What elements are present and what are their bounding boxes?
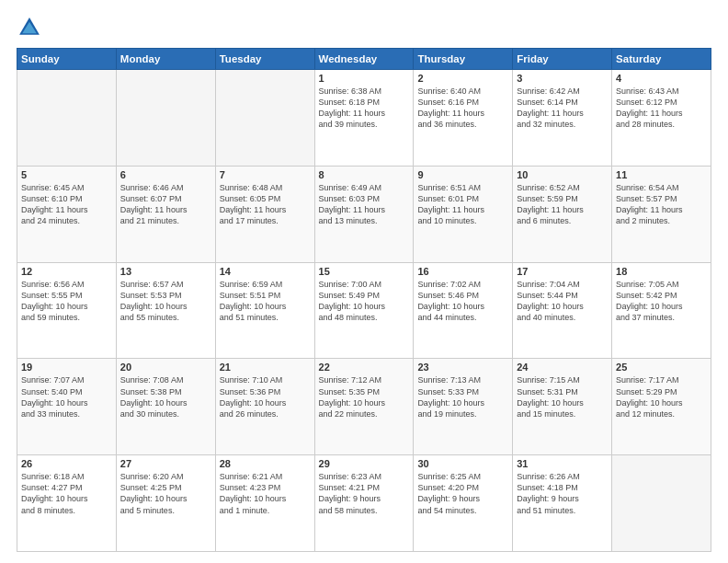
day-info: Sunrise: 7:15 AM Sunset: 5:31 PM Dayligh… (517, 374, 608, 419)
day-info: Sunrise: 7:02 AM Sunset: 5:46 PM Dayligh… (417, 279, 508, 324)
calendar-cell: 23Sunrise: 7:13 AM Sunset: 5:33 PM Dayli… (414, 359, 513, 455)
page: SundayMondayTuesdayWednesdayThursdayFrid… (0, 0, 728, 563)
calendar-cell: 19Sunrise: 7:07 AM Sunset: 5:40 PM Dayli… (17, 359, 117, 455)
day-info: Sunrise: 6:48 AM Sunset: 6:05 PM Dayligh… (220, 182, 311, 227)
calendar-cell (17, 70, 117, 167)
day-info: Sunrise: 6:21 AM Sunset: 4:23 PM Dayligh… (220, 471, 311, 516)
day-info: Sunrise: 6:59 AM Sunset: 5:51 PM Dayligh… (220, 279, 311, 324)
calendar-cell: 12Sunrise: 6:56 AM Sunset: 5:55 PM Dayli… (17, 262, 117, 359)
day-info: Sunrise: 6:43 AM Sunset: 6:12 PM Dayligh… (616, 86, 707, 131)
calendar-cell: 21Sunrise: 7:10 AM Sunset: 5:36 PM Dayli… (215, 359, 314, 455)
calendar-cell: 25Sunrise: 7:17 AM Sunset: 5:29 PM Dayli… (612, 359, 711, 455)
day-number: 11 (616, 169, 707, 180)
day-number: 8 (319, 169, 410, 180)
calendar-cell: 13Sunrise: 6:57 AM Sunset: 5:53 PM Dayli… (116, 262, 215, 359)
day-info: Sunrise: 6:51 AM Sunset: 6:01 PM Dayligh… (417, 182, 508, 227)
day-info: Sunrise: 7:07 AM Sunset: 5:40 PM Dayligh… (21, 374, 112, 419)
weekday-header-monday: Monday (116, 49, 215, 70)
calendar-cell: 2Sunrise: 6:40 AM Sunset: 6:16 PM Daylig… (414, 70, 513, 167)
day-info: Sunrise: 7:04 AM Sunset: 5:44 PM Dayligh… (517, 279, 608, 324)
day-info: Sunrise: 6:57 AM Sunset: 5:53 PM Dayligh… (120, 279, 211, 324)
day-number: 30 (417, 458, 508, 469)
calendar-cell: 20Sunrise: 7:08 AM Sunset: 5:38 PM Dayli… (116, 359, 215, 455)
day-info: Sunrise: 7:10 AM Sunset: 5:36 PM Dayligh… (220, 374, 311, 419)
day-info: Sunrise: 6:45 AM Sunset: 6:10 PM Dayligh… (21, 182, 112, 227)
day-info: Sunrise: 7:17 AM Sunset: 5:29 PM Dayligh… (616, 374, 707, 419)
day-number: 9 (417, 169, 508, 180)
day-number: 17 (517, 266, 608, 277)
calendar-cell: 10Sunrise: 6:52 AM Sunset: 5:59 PM Dayli… (513, 166, 612, 262)
day-number: 20 (120, 362, 211, 373)
day-info: Sunrise: 7:08 AM Sunset: 5:38 PM Dayligh… (120, 374, 211, 419)
calendar-cell: 31Sunrise: 6:26 AM Sunset: 4:18 PM Dayli… (513, 455, 612, 552)
day-info: Sunrise: 6:46 AM Sunset: 6:07 PM Dayligh… (120, 182, 211, 227)
day-number: 7 (220, 169, 311, 180)
logo-icon (17, 15, 42, 40)
day-number: 28 (220, 458, 311, 469)
calendar-cell: 27Sunrise: 6:20 AM Sunset: 4:25 PM Dayli… (116, 455, 215, 552)
day-number: 13 (120, 266, 211, 277)
day-number: 5 (21, 169, 112, 180)
calendar-cell: 11Sunrise: 6:54 AM Sunset: 5:57 PM Dayli… (612, 166, 711, 262)
header (17, 15, 711, 40)
day-info: Sunrise: 7:00 AM Sunset: 5:49 PM Dayligh… (319, 279, 410, 324)
day-number: 23 (417, 362, 508, 373)
day-number: 16 (417, 266, 508, 277)
calendar-cell (612, 455, 711, 552)
calendar-cell: 26Sunrise: 6:18 AM Sunset: 4:27 PM Dayli… (17, 455, 117, 552)
day-number: 1 (319, 73, 410, 84)
calendar-cell: 24Sunrise: 7:15 AM Sunset: 5:31 PM Dayli… (513, 359, 612, 455)
calendar-cell: 7Sunrise: 6:48 AM Sunset: 6:05 PM Daylig… (215, 166, 314, 262)
day-number: 27 (120, 458, 211, 469)
calendar-cell: 29Sunrise: 6:23 AM Sunset: 4:21 PM Dayli… (314, 455, 414, 552)
calendar-cell: 18Sunrise: 7:05 AM Sunset: 5:42 PM Dayli… (612, 262, 711, 359)
weekday-header-saturday: Saturday (612, 49, 711, 70)
day-info: Sunrise: 6:38 AM Sunset: 6:18 PM Dayligh… (319, 86, 410, 131)
day-info: Sunrise: 6:56 AM Sunset: 5:55 PM Dayligh… (21, 279, 112, 324)
day-number: 12 (21, 266, 112, 277)
day-info: Sunrise: 7:12 AM Sunset: 5:35 PM Dayligh… (319, 374, 410, 419)
day-info: Sunrise: 6:54 AM Sunset: 5:57 PM Dayligh… (616, 182, 707, 227)
day-info: Sunrise: 7:05 AM Sunset: 5:42 PM Dayligh… (616, 279, 707, 324)
calendar-cell: 28Sunrise: 6:21 AM Sunset: 4:23 PM Dayli… (215, 455, 314, 552)
calendar-cell: 1Sunrise: 6:38 AM Sunset: 6:18 PM Daylig… (314, 70, 414, 167)
calendar-week-5: 26Sunrise: 6:18 AM Sunset: 4:27 PM Dayli… (17, 455, 711, 552)
logo (17, 15, 46, 40)
calendar-cell: 3Sunrise: 6:42 AM Sunset: 6:14 PM Daylig… (513, 70, 612, 167)
calendar-cell (215, 70, 314, 167)
day-number: 19 (21, 362, 112, 373)
day-info: Sunrise: 6:52 AM Sunset: 5:59 PM Dayligh… (517, 182, 608, 227)
calendar-cell: 8Sunrise: 6:49 AM Sunset: 6:03 PM Daylig… (314, 166, 414, 262)
calendar-cell: 14Sunrise: 6:59 AM Sunset: 5:51 PM Dayli… (215, 262, 314, 359)
day-number: 29 (319, 458, 410, 469)
day-number: 24 (517, 362, 608, 373)
calendar-week-3: 12Sunrise: 6:56 AM Sunset: 5:55 PM Dayli… (17, 262, 711, 359)
day-info: Sunrise: 7:13 AM Sunset: 5:33 PM Dayligh… (417, 374, 508, 419)
day-number: 6 (120, 169, 211, 180)
day-info: Sunrise: 6:25 AM Sunset: 4:20 PM Dayligh… (417, 471, 508, 516)
day-info: Sunrise: 6:20 AM Sunset: 4:25 PM Dayligh… (120, 471, 211, 516)
day-info: Sunrise: 6:26 AM Sunset: 4:18 PM Dayligh… (517, 471, 608, 516)
calendar-cell: 4Sunrise: 6:43 AM Sunset: 6:12 PM Daylig… (612, 70, 711, 167)
calendar-cell: 6Sunrise: 6:46 AM Sunset: 6:07 PM Daylig… (116, 166, 215, 262)
day-number: 4 (616, 73, 707, 84)
calendar-cell: 22Sunrise: 7:12 AM Sunset: 5:35 PM Dayli… (314, 359, 414, 455)
weekday-header-row: SundayMondayTuesdayWednesdayThursdayFrid… (17, 49, 711, 70)
calendar-cell: 15Sunrise: 7:00 AM Sunset: 5:49 PM Dayli… (314, 262, 414, 359)
weekday-header-thursday: Thursday (414, 49, 513, 70)
calendar-week-4: 19Sunrise: 7:07 AM Sunset: 5:40 PM Dayli… (17, 359, 711, 455)
weekday-header-friday: Friday (513, 49, 612, 70)
day-number: 15 (319, 266, 410, 277)
day-number: 10 (517, 169, 608, 180)
calendar-cell: 17Sunrise: 7:04 AM Sunset: 5:44 PM Dayli… (513, 262, 612, 359)
calendar-table: SundayMondayTuesdayWednesdayThursdayFrid… (17, 48, 711, 552)
day-info: Sunrise: 6:40 AM Sunset: 6:16 PM Dayligh… (417, 86, 508, 131)
day-info: Sunrise: 6:18 AM Sunset: 4:27 PM Dayligh… (21, 471, 112, 516)
day-info: Sunrise: 6:23 AM Sunset: 4:21 PM Dayligh… (319, 471, 410, 516)
calendar-cell: 16Sunrise: 7:02 AM Sunset: 5:46 PM Dayli… (414, 262, 513, 359)
weekday-header-wednesday: Wednesday (314, 49, 414, 70)
calendar-cell: 9Sunrise: 6:51 AM Sunset: 6:01 PM Daylig… (414, 166, 513, 262)
day-number: 31 (517, 458, 608, 469)
day-number: 3 (517, 73, 608, 84)
calendar-week-1: 1Sunrise: 6:38 AM Sunset: 6:18 PM Daylig… (17, 70, 711, 167)
